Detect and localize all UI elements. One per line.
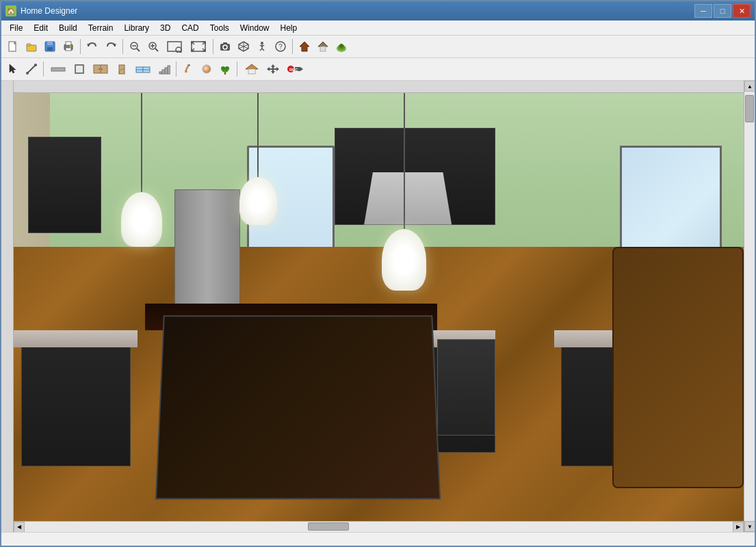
zoom-fit-button[interactable] xyxy=(187,38,210,55)
help-button[interactable]: ? xyxy=(272,38,289,55)
svg-line-18 xyxy=(155,49,158,51)
kitchen-island xyxy=(155,315,441,499)
svg-point-30 xyxy=(261,42,263,44)
open-button[interactable] xyxy=(23,38,40,55)
landscape-button[interactable] xyxy=(333,38,350,55)
pendant-shade-right xyxy=(382,229,426,291)
scrollbar-vertical: ▲ ▼ xyxy=(744,81,755,532)
menu-cad[interactable]: CAD xyxy=(176,22,204,34)
menu-terrain[interactable]: Terrain xyxy=(83,22,119,34)
scrollbar-horizontal: ◀ ▶ xyxy=(14,521,744,532)
undo-button[interactable] xyxy=(83,38,101,55)
svg-rect-61 xyxy=(187,64,190,66)
material-tool[interactable] xyxy=(198,60,216,78)
svg-marker-67 xyxy=(246,64,258,69)
svg-point-65 xyxy=(225,66,229,70)
zoom-in-button[interactable] xyxy=(144,38,162,55)
svg-line-21 xyxy=(181,52,183,53)
zoom-window-button[interactable] xyxy=(163,38,186,55)
viewport-canvas[interactable]: ◀ ▶ xyxy=(14,93,744,532)
menu-edit[interactable]: Edit xyxy=(28,22,53,34)
scroll-down-arrow[interactable]: ▼ xyxy=(744,521,755,532)
menu-window[interactable]: Window xyxy=(235,22,275,34)
scroll-track-horizontal xyxy=(25,522,733,532)
close-button[interactable]: ✕ xyxy=(733,4,751,18)
svg-marker-38 xyxy=(300,42,309,51)
svg-point-64 xyxy=(221,66,225,70)
svg-rect-5 xyxy=(47,47,53,51)
redo-button[interactable] xyxy=(102,38,120,55)
pendant-shade-center xyxy=(239,177,277,225)
3d-kitchen-view[interactable] xyxy=(14,93,744,532)
save-button[interactable] xyxy=(41,38,59,55)
svg-rect-57 xyxy=(159,72,162,74)
wall-tool[interactable] xyxy=(47,60,70,78)
svg-point-9 xyxy=(70,46,72,48)
stove xyxy=(437,339,495,436)
zoom-out-button[interactable] xyxy=(126,38,144,55)
scroll-up-arrow[interactable]: ▲ xyxy=(744,81,755,92)
move-tool[interactable] xyxy=(264,60,282,78)
app-icon: 🏠 xyxy=(5,5,16,16)
svg-rect-48 xyxy=(75,65,83,73)
scroll-left-arrow[interactable]: ◀ xyxy=(14,522,25,533)
record-button[interactable]: REC xyxy=(283,60,306,78)
sep2 xyxy=(122,39,123,54)
cabinet-tool[interactable] xyxy=(89,60,112,78)
pendant-shade-left xyxy=(121,192,162,247)
minimize-button[interactable]: ─ xyxy=(694,4,712,18)
print-button[interactable] xyxy=(60,38,77,55)
plant-tool[interactable] xyxy=(216,60,234,78)
sep5 xyxy=(43,62,44,77)
sep1 xyxy=(80,39,81,54)
svg-rect-59 xyxy=(165,68,168,74)
svg-point-51 xyxy=(99,68,100,70)
exterior-tool[interactable] xyxy=(240,60,263,78)
scroll-thumb-vertical[interactable] xyxy=(745,95,754,122)
window-title: Home Designer xyxy=(21,6,77,16)
paint-tool[interactable] xyxy=(179,60,197,78)
menu-library[interactable]: Library xyxy=(118,22,155,34)
scroll-thumb-horizontal[interactable] xyxy=(308,522,349,531)
menu-file[interactable]: File xyxy=(4,22,28,34)
pendant-light-left xyxy=(116,93,167,247)
maximize-button[interactable]: □ xyxy=(714,4,731,18)
scroll-right-arrow[interactable]: ▶ xyxy=(733,522,744,533)
svg-marker-44 xyxy=(10,64,16,73)
title-controls: ─ □ ✕ xyxy=(694,4,751,18)
room-tool[interactable] xyxy=(70,60,88,78)
svg-text:?: ? xyxy=(278,43,283,51)
sep6 xyxy=(176,62,177,77)
draw-lines-tool[interactable] xyxy=(23,60,40,78)
lower-cabinet-left xyxy=(21,343,131,466)
sep7 xyxy=(237,62,237,77)
svg-marker-72 xyxy=(300,67,303,71)
stair-tool[interactable] xyxy=(155,60,173,78)
walk-through-button[interactable] xyxy=(253,38,271,55)
menu-tools[interactable]: Tools xyxy=(205,22,235,34)
svg-rect-19 xyxy=(168,42,181,51)
menu-help[interactable]: Help xyxy=(274,22,302,34)
3d-view-button[interactable] xyxy=(235,38,252,55)
scroll-track-vertical xyxy=(744,92,755,521)
toolbar-row2: REC xyxy=(1,58,755,81)
svg-rect-7 xyxy=(66,42,71,45)
main-window: 🏠 Home Designer ─ □ ✕ File Edit Build Te… xyxy=(0,0,756,547)
house-button[interactable] xyxy=(296,38,313,55)
pendant-cord-left xyxy=(141,93,142,192)
menu-3d[interactable]: 3D xyxy=(155,22,176,34)
new-button[interactable] xyxy=(4,38,22,55)
camera-button[interactable] xyxy=(216,38,234,55)
svg-rect-2 xyxy=(27,44,31,46)
toolbar-row1: ? xyxy=(1,36,755,58)
svg-point-45 xyxy=(26,72,29,75)
window-tool[interactable] xyxy=(131,60,155,78)
menu-build[interactable]: Build xyxy=(53,22,83,34)
roof-button[interactable] xyxy=(314,38,332,55)
svg-marker-69 xyxy=(267,64,279,74)
svg-line-14 xyxy=(137,49,140,51)
door-tool[interactable] xyxy=(113,60,131,78)
menu-bar: File Edit Build Terrain Library 3D CAD T… xyxy=(1,21,755,36)
select-tool[interactable] xyxy=(4,60,22,78)
svg-point-62 xyxy=(203,65,211,73)
